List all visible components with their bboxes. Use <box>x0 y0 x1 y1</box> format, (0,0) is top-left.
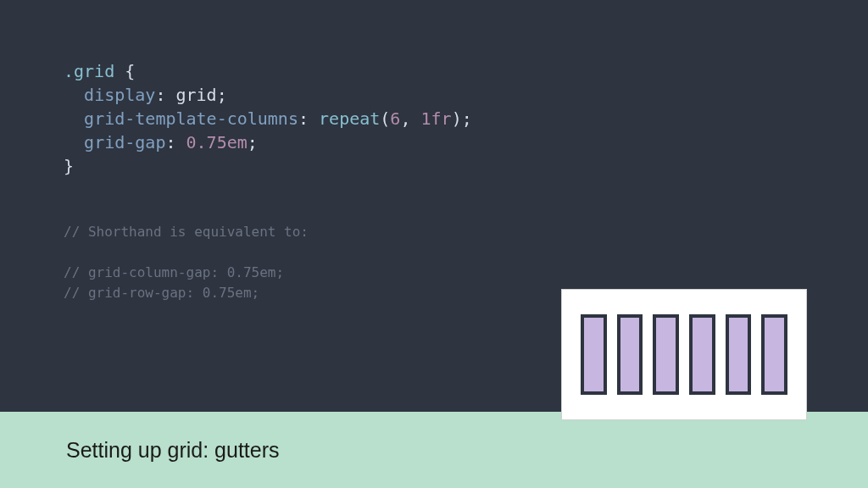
code-panel: .grid { display: grid; grid-template-col… <box>0 0 868 412</box>
comment-line: // grid-row-gap: 0.75em; <box>64 285 259 301</box>
css-property: grid-gap <box>84 132 165 152</box>
comment-line: // grid-column-gap: 0.75em; <box>64 264 284 280</box>
brace-close: } <box>64 156 74 176</box>
css-function: repeat <box>319 108 380 129</box>
grid-column-bar <box>581 314 607 395</box>
grid-column-bar <box>689 314 715 395</box>
brace-open: { <box>114 61 135 81</box>
css-code-block: .grid { display: grid; grid-template-col… <box>64 59 804 178</box>
grid-column-bar <box>726 314 752 395</box>
slide: .grid { display: grid; grid-template-col… <box>0 0 868 488</box>
css-selector: .grid <box>64 61 114 81</box>
grid-column-bar <box>653 314 679 395</box>
slide-title: Setting up grid: gutters <box>66 438 280 463</box>
comment-line: // Shorthand is equivalent to: <box>64 224 309 240</box>
css-property: grid-template-columns <box>84 108 298 129</box>
css-property: display <box>84 85 155 105</box>
grid-column-bar <box>617 314 643 395</box>
grid-illustration <box>561 289 807 420</box>
grid-column-bar <box>761 314 787 395</box>
caption-bar: Setting up grid: gutters <box>0 412 868 488</box>
css-value: grid <box>175 85 216 105</box>
